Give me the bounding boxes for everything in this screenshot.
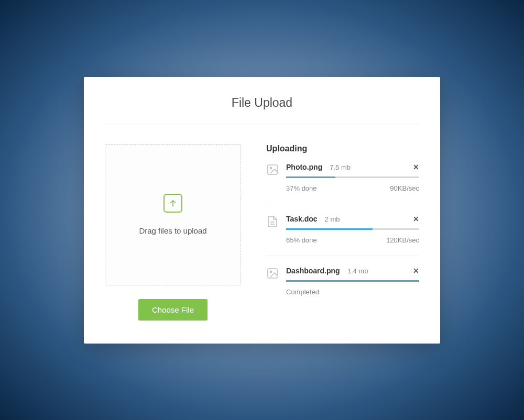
file-name: Task.doc [286,215,318,223]
upload-item-body: Dashboard.png 1.4 mb ✕ Completed [286,267,419,296]
upload-speed: 90KB/sec [390,184,419,192]
upload-item-header: Photo.png 7.5 mb ✕ [286,163,419,171]
upload-item-footer: Completed [286,288,419,296]
progress-bar [286,176,419,178]
uploading-title: Uploading [266,144,419,153]
close-icon[interactable]: ✕ [413,267,419,275]
file-size: 1.4 mb [347,267,368,275]
progress-bar [286,280,419,282]
left-column: Drag files to upload Choose File [105,144,241,320]
upload-item-header: Task.doc 2 mb ✕ [286,215,419,223]
progress-status: 37% done [286,184,317,192]
progress-status: Completed [286,288,319,296]
upload-item-header: Dashboard.png 1.4 mb ✕ [286,267,419,275]
svg-point-2 [270,167,271,169]
card-title: File Upload [105,96,419,110]
image-icon [266,267,279,282]
divider [105,125,419,125]
upload-item-body: Photo.png 7.5 mb ✕ 37% done 90KB/sec [286,163,419,192]
svg-rect-1 [268,165,277,174]
upload-speed: 120KB/sec [386,236,419,244]
document-icon [266,215,279,230]
dropzone[interactable]: Drag files to upload [105,144,241,285]
right-column: Uploading Photo.png 7.5 mb ✕ [266,144,419,320]
close-icon[interactable]: ✕ [413,215,419,223]
upload-item: Dashboard.png 1.4 mb ✕ Completed [266,267,419,296]
close-icon[interactable]: ✕ [413,163,419,171]
file-size: 7.5 mb [330,163,351,171]
progress-bar [286,228,419,230]
content-row: Drag files to upload Choose File Uploadi… [105,144,419,320]
image-icon [266,163,279,178]
choose-file-button[interactable]: Choose File [138,299,208,320]
upload-item-footer: 37% done 90KB/sec [286,184,419,192]
progress-fill [286,176,335,178]
upload-item-body: Task.doc 2 mb ✕ 65% done 120KB/sec [286,215,419,244]
progress-fill [286,228,373,230]
file-name: Photo.png [286,163,322,171]
svg-point-6 [270,271,271,272]
upload-item: Photo.png 7.5 mb ✕ 37% done 90KB/sec [266,163,419,204]
progress-status: 65% done [286,236,317,244]
file-name: Dashboard.png [286,267,340,275]
progress-fill [286,280,419,282]
upload-icon [163,194,182,213]
upload-item-footer: 65% done 120KB/sec [286,236,419,244]
dropzone-text: Drag files to upload [139,226,206,235]
upload-item: Task.doc 2 mb ✕ 65% done 120KB/sec [266,215,419,256]
upload-card: File Upload Drag files to upload Choose … [84,77,440,344]
svg-rect-5 [268,269,277,278]
file-size: 2 mb [325,215,340,223]
